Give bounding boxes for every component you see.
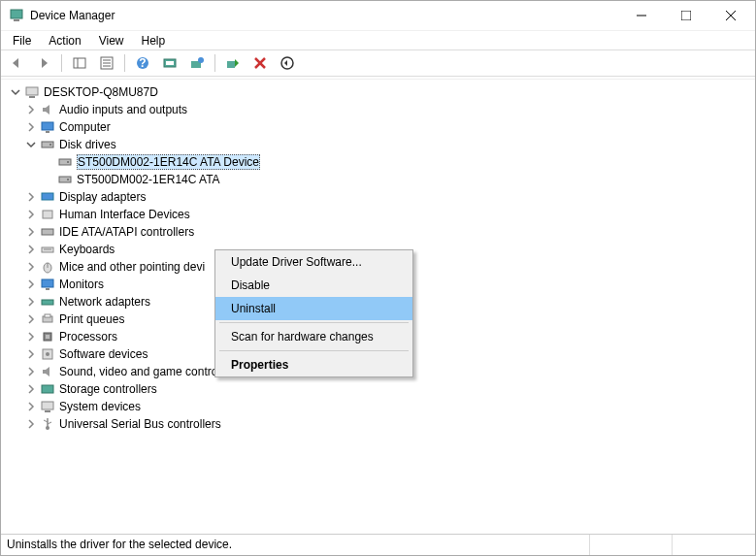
context-properties[interactable]: Properties: [215, 353, 412, 376]
svg-rect-32: [42, 193, 53, 200]
svg-rect-26: [42, 142, 53, 147]
tree-item-storage[interactable]: Storage controllers: [9, 380, 755, 398]
tree-item-system[interactable]: System devices: [9, 398, 755, 415]
tree-root-label: DESKTOP-Q8MU87D: [44, 85, 158, 99]
tree-label: Universal Serial Bus controllers: [59, 417, 221, 431]
disk-icon: [57, 172, 73, 187]
window-title: Device Manager: [30, 9, 619, 22]
collapse-icon[interactable]: [24, 138, 38, 151]
expand-icon[interactable]: [24, 103, 38, 116]
menu-action[interactable]: Action: [41, 32, 88, 49]
svg-rect-50: [45, 410, 50, 412]
context-scan[interactable]: Scan for hardware changes: [215, 325, 412, 348]
tree-item-audio[interactable]: Audio inputs and outputs: [9, 101, 755, 118]
toolbar-separator: [214, 54, 215, 72]
svg-rect-39: [42, 279, 53, 287]
disk-icon: [40, 137, 55, 152]
svg-rect-30: [59, 177, 71, 182]
tree-item-ide[interactable]: IDE ATA/ATAPI controllers: [9, 223, 755, 241]
tree-label: ST500DM002-1ER14C ATA: [77, 173, 220, 186]
expand-icon[interactable]: [24, 260, 38, 274]
expand-icon[interactable]: [24, 312, 38, 326]
tree-label: Human Interface Devices: [59, 208, 190, 221]
toolbar-separator: [61, 54, 62, 72]
update-driver-button[interactable]: [185, 52, 209, 74]
svg-rect-23: [29, 96, 35, 98]
tree-label: Storage controllers: [59, 382, 157, 396]
svg-point-29: [67, 161, 69, 163]
blank-expander: [42, 155, 55, 169]
expand-icon[interactable]: [24, 278, 38, 291]
scan-hardware-button[interactable]: [158, 52, 181, 74]
tree-root[interactable]: DESKTOP-Q8MU87D: [9, 83, 755, 101]
status-cell: [673, 535, 755, 555]
minimize-button[interactable]: [619, 1, 664, 30]
help-button[interactable]: ?: [131, 52, 154, 74]
context-disable[interactable]: Disable: [215, 274, 412, 297]
hid-icon: [40, 207, 55, 222]
status-text: Uninstalls the driver for the selected d…: [1, 535, 590, 555]
keyboard-icon: [40, 242, 55, 257]
svg-point-31: [67, 179, 69, 180]
tree-item-display[interactable]: Display adapters: [9, 188, 755, 206]
tree-label: Processors: [59, 330, 117, 343]
properties-button[interactable]: [95, 52, 118, 74]
back-button[interactable]: [5, 52, 28, 74]
usb-icon: [40, 416, 55, 432]
expand-icon[interactable]: [24, 382, 38, 396]
menu-help[interactable]: Help: [134, 32, 174, 49]
system-icon: [40, 399, 55, 414]
expand-icon[interactable]: [24, 365, 38, 378]
tree-label: Print queues: [59, 312, 124, 326]
expand-icon[interactable]: [24, 417, 38, 431]
tree-item-disk-device-2[interactable]: ST500DM002-1ER14C ATA: [9, 171, 755, 188]
tree-item-disk-drives[interactable]: Disk drives: [9, 136, 755, 153]
status-cell: [590, 535, 673, 555]
forward-button[interactable]: [32, 52, 55, 74]
tree-item-hid[interactable]: Human Interface Devices: [9, 206, 755, 223]
computer-icon: [24, 84, 40, 100]
uninstall-button[interactable]: [248, 52, 272, 74]
tree-label: Disk drives: [59, 138, 116, 151]
menu-view[interactable]: View: [91, 32, 132, 49]
svg-rect-15: [166, 61, 174, 65]
disable-button[interactable]: [276, 52, 299, 74]
show-hide-console-button[interactable]: [68, 52, 91, 74]
expand-icon[interactable]: [24, 400, 38, 413]
expand-icon[interactable]: [24, 225, 38, 239]
tree-label: Sound, video and game controllers: [59, 365, 239, 378]
svg-rect-28: [59, 159, 71, 165]
expand-icon[interactable]: [24, 330, 38, 343]
expand-icon[interactable]: [24, 295, 38, 309]
collapse-icon[interactable]: [9, 85, 22, 99]
tree-label: Audio inputs and outputs: [59, 103, 187, 116]
tree-item-usb[interactable]: Universal Serial Bus controllers: [9, 415, 755, 433]
maximize-button[interactable]: [664, 1, 708, 30]
device-tree[interactable]: DESKTOP-Q8MU87D Audio inputs and outputs…: [1, 79, 755, 534]
close-button[interactable]: [708, 1, 753, 30]
svg-point-27: [49, 144, 51, 146]
context-update-driver[interactable]: Update Driver Software...: [215, 250, 412, 274]
svg-rect-45: [46, 335, 49, 339]
status-bar: Uninstalls the driver for the selected d…: [1, 534, 755, 555]
svg-rect-43: [45, 314, 50, 317]
expand-icon[interactable]: [24, 347, 38, 361]
expand-icon[interactable]: [24, 243, 38, 256]
tree-item-disk-device-1[interactable]: ST500DM002-1ER14C ATA Device: [9, 153, 755, 171]
app-icon: [9, 8, 24, 23]
svg-rect-40: [46, 288, 49, 290]
menu-file[interactable]: File: [5, 32, 39, 49]
tree-label: Keyboards: [59, 243, 115, 256]
monitor-icon: [40, 277, 55, 292]
network-icon: [40, 294, 55, 310]
context-separator: [219, 322, 409, 323]
tree-item-computer[interactable]: Computer: [9, 118, 755, 136]
expand-icon[interactable]: [24, 190, 38, 204]
svg-rect-0: [11, 10, 22, 18]
expand-icon[interactable]: [24, 208, 38, 221]
expand-icon[interactable]: [24, 120, 38, 134]
svg-rect-18: [227, 61, 235, 68]
blank-expander: [42, 173, 55, 186]
enable-button[interactable]: [221, 52, 245, 74]
context-uninstall[interactable]: Uninstall: [215, 297, 412, 320]
